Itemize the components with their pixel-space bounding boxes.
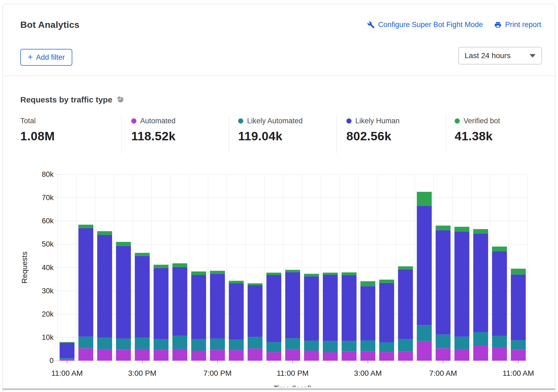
bar-segment[interactable] (248, 337, 262, 348)
bar-segment[interactable] (154, 268, 169, 339)
bar-segment[interactable] (436, 230, 451, 335)
bar-segment[interactable] (511, 350, 526, 361)
bar-segment[interactable] (473, 332, 488, 346)
bar-segment[interactable] (135, 253, 150, 256)
bar-segment[interactable] (379, 352, 394, 361)
configure-super-bot-fight-mode-link[interactable]: Configure Super Bot Fight Mode (367, 21, 483, 29)
bar-segment[interactable] (398, 351, 413, 361)
bar-segment[interactable] (511, 269, 526, 275)
bar-segment[interactable] (398, 339, 413, 352)
bar-segment[interactable] (304, 276, 319, 341)
bar-segment[interactable] (342, 273, 356, 275)
print-report-link[interactable]: Print report (494, 21, 541, 29)
bar-segment[interactable] (135, 256, 150, 337)
bar-segment[interactable] (210, 271, 225, 274)
bar-segment[interactable] (473, 229, 488, 233)
bar-segment[interactable] (229, 340, 244, 350)
bar-segment[interactable] (154, 339, 169, 350)
bar-segment[interactable] (285, 338, 300, 349)
bar-segment[interactable] (492, 247, 507, 251)
bar-segment[interactable] (417, 325, 432, 341)
bar-segment[interactable] (492, 251, 507, 336)
bar-segment[interactable] (492, 336, 507, 347)
bar-segment[interactable] (511, 340, 526, 350)
bar-segment[interactable] (154, 350, 169, 361)
bar-segment[interactable] (454, 227, 469, 232)
bar-segment[interactable] (116, 242, 131, 246)
bar-segment[interactable] (436, 348, 451, 361)
bar-segment[interactable] (492, 347, 507, 361)
bar-segment[interactable] (511, 274, 526, 340)
bar-segment[interactable] (191, 351, 206, 361)
bar-segment[interactable] (210, 350, 225, 361)
time-range-select[interactable]: Last 24 hours (458, 47, 542, 64)
bar-segment[interactable] (417, 206, 432, 325)
bar-segment[interactable] (267, 275, 281, 342)
bar-segment[interactable] (454, 349, 469, 361)
bar-segment[interactable] (267, 273, 281, 275)
bar-segment[interactable] (323, 341, 338, 352)
bar-segment[interactable] (323, 273, 338, 275)
bar-segment[interactable] (267, 352, 281, 361)
bar-segment[interactable] (342, 351, 356, 361)
bar-segment[interactable] (398, 269, 413, 339)
bar-segment[interactable] (323, 352, 338, 361)
bar-segment[interactable] (436, 335, 451, 348)
bar-segment[interactable] (304, 341, 319, 351)
bar-segment[interactable] (379, 342, 394, 352)
bar-segment[interactable] (135, 338, 150, 349)
bar-segment[interactable] (172, 335, 187, 349)
bar-segment[interactable] (360, 340, 375, 351)
bar-segment[interactable] (454, 232, 469, 337)
bar-segment[interactable] (97, 350, 112, 361)
bar-segment[interactable] (229, 283, 244, 340)
bar-segment[interactable] (360, 281, 375, 286)
bar-segment[interactable] (116, 246, 131, 338)
bar-segment[interactable] (154, 265, 169, 268)
bar-segment[interactable] (60, 360, 74, 361)
bar-segment[interactable] (172, 263, 187, 267)
bar-segment[interactable] (360, 351, 375, 361)
bar-segment[interactable] (417, 341, 432, 361)
bar-segment[interactable] (304, 351, 319, 361)
bar-segment[interactable] (78, 337, 93, 348)
bar-segment[interactable] (417, 192, 432, 206)
bar-segment[interactable] (285, 270, 300, 272)
bar-segment[interactable] (78, 348, 93, 361)
bar-segment[interactable] (78, 228, 93, 337)
bar-segment[interactable] (191, 275, 206, 339)
bar-segment[interactable] (248, 283, 262, 285)
bar-segment[interactable] (210, 274, 225, 338)
bar-segment[interactable] (248, 285, 262, 337)
bar-segment[interactable] (78, 225, 93, 228)
bar-segment[interactable] (342, 275, 356, 341)
bar-segment[interactable] (473, 346, 488, 361)
bar-segment[interactable] (60, 342, 74, 343)
bar-segment[interactable] (285, 272, 300, 338)
bar-segment[interactable] (116, 350, 131, 361)
bar-segment[interactable] (379, 283, 394, 342)
bar-segment[interactable] (60, 358, 74, 359)
bar-segment[interactable] (135, 349, 150, 361)
bar-segment[interactable] (360, 286, 375, 340)
add-filter-button[interactable]: + Add filter (20, 49, 72, 66)
bar-segment[interactable] (116, 338, 131, 350)
bar-segment[interactable] (323, 275, 338, 341)
bar-segment[interactable] (454, 337, 469, 349)
bar-segment[interactable] (304, 274, 319, 276)
bar-segment[interactable] (210, 338, 225, 350)
bar-segment[interactable] (229, 350, 244, 361)
bar-segment[interactable] (60, 343, 74, 358)
bar-segment[interactable] (398, 266, 413, 269)
bar-segment[interactable] (379, 280, 394, 283)
bar-segment[interactable] (172, 267, 187, 335)
bar-segment[interactable] (285, 350, 300, 361)
bar-segment[interactable] (97, 338, 112, 350)
bar-segment[interactable] (267, 342, 281, 352)
bar-segment[interactable] (191, 339, 206, 351)
bar-segment[interactable] (473, 234, 488, 332)
bar-segment[interactable] (436, 225, 451, 230)
bar-segment[interactable] (342, 341, 356, 351)
bar-segment[interactable] (229, 281, 244, 283)
bar-segment[interactable] (248, 348, 262, 361)
